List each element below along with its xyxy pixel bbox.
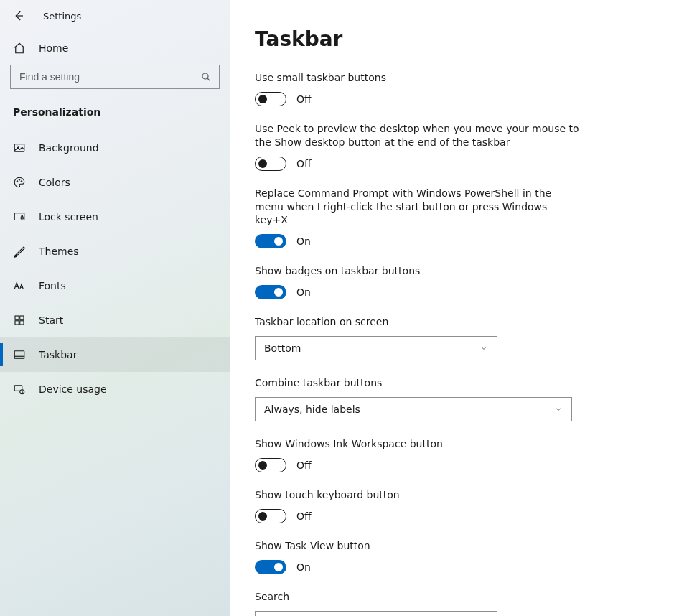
image-icon [13,141,26,154]
svg-rect-9 [20,316,24,319]
home-icon [13,42,26,55]
brush-icon [13,245,26,258]
setting-label: Show Task View button [255,539,650,553]
nav-label: Taskbar [39,349,77,360]
setting-label: Show touch keyboard button [255,488,650,502]
nav-item-themes[interactable]: Themes [0,234,230,269]
search-box[interactable] [10,65,220,89]
select-value: Always, hide labels [264,403,360,415]
app-title: Settings [43,11,81,22]
setting-label: Combine taskbar buttons [255,376,650,390]
page-title: Taskbar [255,27,650,51]
svg-point-4 [19,179,20,181]
nav-item-fonts[interactable]: Fonts [0,269,230,303]
select-search[interactable]: Show search icon [255,611,497,616]
chevron-down-icon [554,405,563,414]
nav-label: Colors [39,177,70,188]
toggle-state: Off [296,158,312,169]
setting-label: Use small taskbar buttons [255,71,650,85]
nav-list: Background Colors Lock screen Themes Fon… [0,131,230,406]
setting-taskbar-location: Taskbar location on screen Bottom [255,315,650,360]
toggle-state: Off [296,93,312,105]
taskbar-icon [13,348,26,361]
setting-peek: Use Peek to preview the desktop when you… [255,122,650,171]
setting-touch-keyboard: Show touch keyboard button Off [255,488,650,523]
toggle-small-taskbar-buttons[interactable] [255,92,286,106]
toggle-task-view[interactable] [255,560,286,574]
nav-item-taskbar[interactable]: Taskbar [0,337,230,372]
nav-label: Device usage [39,383,107,395]
toggle-state: Off [296,459,312,471]
toggle-badges[interactable] [255,285,286,299]
toggle-state: Off [296,510,312,522]
home-label: Home [39,42,68,54]
nav-item-background[interactable]: Background [0,131,230,165]
nav-item-colors[interactable]: Colors [0,165,230,200]
setting-ink-workspace: Show Windows Ink Workspace button Off [255,437,650,472]
setting-small-taskbar-buttons: Use small taskbar buttons Off [255,71,650,106]
svg-rect-10 [15,321,19,325]
setting-label: Search [255,590,650,604]
palette-icon [13,176,26,189]
toggle-state: On [296,561,311,573]
nav-label: Fonts [39,280,66,291]
select-value: Bottom [264,342,301,354]
setting-label: Use Peek to preview the desktop when you… [255,122,585,149]
toggle-powershell[interactable] [255,234,286,248]
back-button[interactable] [10,7,27,24]
setting-combine-buttons: Combine taskbar buttons Always, hide lab… [255,376,650,421]
svg-point-0 [202,73,208,79]
setting-label: Show badges on taskbar buttons [255,264,650,278]
search-wrap [0,65,230,89]
setting-powershell: Replace Command Prompt with Windows Powe… [255,187,650,249]
lockscreen-icon [13,210,26,223]
setting-label: Show Windows Ink Workspace button [255,437,650,451]
setting-badges: Show badges on taskbar buttons On [255,264,650,299]
setting-label: Replace Command Prompt with Windows Powe… [255,187,571,228]
svg-rect-11 [20,321,24,325]
nav-label: Start [39,314,63,326]
nav-label: Themes [39,246,79,257]
start-icon [13,314,26,327]
home-nav[interactable]: Home [0,32,230,65]
toggle-state: On [296,286,311,298]
nav-label: Background [39,142,99,154]
svg-rect-7 [21,217,23,219]
toggle-touch-keyboard[interactable] [255,509,286,523]
nav-label: Lock screen [39,211,98,223]
search-icon [200,71,212,83]
device-usage-icon [13,383,26,396]
svg-point-3 [17,181,18,182]
toggle-state: On [296,235,311,247]
back-arrow-icon [12,9,25,22]
nav-item-start[interactable]: Start [0,303,230,337]
chevron-down-icon [479,344,488,353]
topbar: Settings [0,0,230,32]
toggle-ink-workspace[interactable] [255,458,286,472]
toggle-peek[interactable] [255,157,286,171]
sidebar: Settings Home Personalization Background… [0,0,230,616]
main-content: Taskbar Use small taskbar buttons Off Us… [230,0,674,616]
select-taskbar-location[interactable]: Bottom [255,336,497,360]
nav-item-deviceusage[interactable]: Device usage [0,372,230,406]
nav-item-lockscreen[interactable]: Lock screen [0,200,230,234]
section-heading: Personalization [0,89,230,131]
setting-label: Taskbar location on screen [255,315,650,329]
svg-rect-8 [15,316,19,319]
fonts-icon [13,279,26,292]
svg-point-5 [21,181,22,182]
setting-search: Search Show search icon [255,590,650,616]
search-input[interactable] [18,70,195,83]
setting-task-view: Show Task View button On [255,539,650,574]
select-combine-buttons[interactable]: Always, hide labels [255,397,572,421]
